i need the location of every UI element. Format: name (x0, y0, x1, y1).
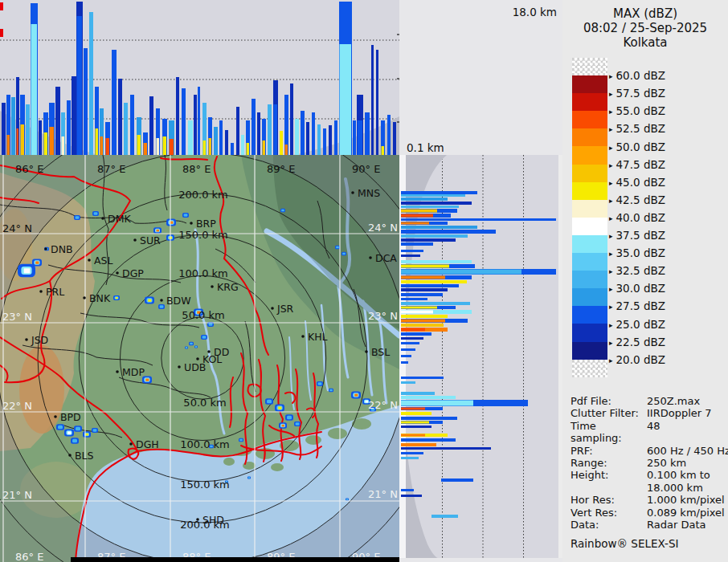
echo-spike (2, 103, 6, 155)
echo-bar (401, 230, 496, 234)
echo-spike (371, 45, 374, 155)
echo-spike-core (77, 16, 83, 155)
legend-label-text: 45.0 dBZ (616, 176, 665, 189)
ring-labels-bottom-item: 150.0 km (180, 479, 230, 491)
echo-spike-core (17, 128, 19, 155)
echo-blob-core (35, 262, 39, 264)
legend-swatch (572, 324, 607, 341)
echo-bar (401, 234, 468, 238)
metadata-value: 18.000 km (647, 482, 725, 494)
echo-blob-mid (342, 253, 346, 255)
legend-label-text: 30.0 dBZ (616, 282, 665, 295)
echo-bar (401, 348, 415, 351)
echo-spike (118, 79, 122, 155)
legend-arrow-icon: ▸ (609, 125, 613, 133)
metadata-value: Radar Data (647, 519, 725, 531)
echo-blob-mid (76, 216, 80, 219)
echo-bar (401, 242, 433, 246)
echo-blob-mid (318, 382, 322, 385)
metadata-row: Clutter Filter:IIRDoppler 7 (571, 407, 725, 419)
legend-label: ▸55.0 dBZ (609, 104, 665, 117)
legend-swatch (572, 342, 607, 360)
legend-label: ▸42.5 dBZ (609, 193, 665, 206)
legend-arrow-icon: ▸ (609, 356, 613, 364)
lat-labels-left-item: 24° N (2, 222, 32, 234)
echo-bar-core (401, 270, 521, 275)
station-label-BNK: BNK (89, 292, 111, 304)
station-label-BLS: BLS (75, 450, 94, 462)
echo-spike (225, 130, 228, 155)
legend-label: ▸32.5 dBZ (609, 264, 665, 277)
legend-label-text: 35.0 dBZ (616, 246, 665, 259)
legend-swatch (572, 218, 607, 235)
echo-blob-core (282, 425, 285, 427)
legend-swatch (572, 360, 607, 377)
echo-blob-mid (287, 416, 292, 420)
legend-arrow-icon: ▸ (609, 267, 613, 275)
station-dot-KRG (211, 285, 214, 288)
top-panel-red-tick-1 (0, 2, 3, 10)
station-dot-BSL (365, 350, 368, 353)
color-scale-labels: ▸60.0 dBZ▸57.5 dBZ▸55.0 dBZ▸52.5 dBZ▸50.… (609, 58, 726, 395)
station-label-JSR: JSR (276, 303, 294, 315)
echo-spike-core (209, 138, 212, 155)
legend-label: ▸30.0 dBZ (609, 282, 665, 295)
legend-label-text: 20.0 dBZ (616, 353, 665, 366)
echo-spike (214, 127, 218, 155)
echo-spike (353, 120, 356, 155)
echo-blob-mid (186, 347, 187, 348)
legend-label-text: 42.5 dBZ (616, 193, 665, 206)
echo-bar (401, 238, 456, 242)
echo-blob-mid (58, 426, 63, 430)
legend-arrow-icon: ▸ (609, 108, 613, 116)
station-dot-MDP (116, 370, 119, 373)
legend-label-text: 25.0 dBZ (616, 318, 665, 331)
echo-spike (387, 115, 391, 155)
legend-label: ▸22.5 dBZ (609, 336, 665, 348)
metadata-row: Vert Res:0.089 km/pixel (571, 507, 725, 519)
legend-label: ▸25.0 dBZ (609, 318, 665, 331)
legend-swatch (572, 235, 607, 253)
legend-swatch (572, 200, 607, 218)
echo-blob-mid (209, 323, 213, 326)
legend-label-text: 27.5 dBZ (616, 299, 665, 312)
echo-bar-core (401, 210, 437, 213)
echo-spike (182, 88, 186, 155)
echo-blob-core (278, 407, 281, 409)
legend-arrow-icon: ▸ (609, 232, 613, 240)
echo-bar (401, 452, 423, 454)
echo-blob-core (148, 299, 151, 302)
lat-labels-right-item: 22° N (368, 399, 398, 411)
echo-spike (198, 87, 200, 155)
station-dot-KHL (301, 335, 305, 338)
ring-labels-bottom-item: 100.0 km (180, 438, 230, 450)
echo-bar (401, 447, 491, 450)
echo-spike (231, 143, 234, 155)
ring-labels-top-item: 50.0 km (182, 309, 224, 321)
echo-blob-core (354, 394, 358, 397)
gap-bottom-bg (399, 558, 562, 562)
top-panel-red-tick-2 (0, 29, 3, 37)
echo-bar-core (401, 401, 473, 406)
legend-arrow-icon: ▸ (609, 321, 613, 329)
echo-spike (11, 97, 15, 155)
echo-bar-core (401, 422, 429, 424)
station-dot-PRL (39, 290, 43, 293)
echo-blob-mid (184, 214, 188, 217)
station-label-DMK: DMK (108, 213, 131, 225)
legend-label-text: 40.0 dBZ (616, 211, 665, 224)
echo-bar (401, 361, 408, 364)
echo-spike-core (247, 143, 250, 155)
echo-spike (176, 77, 179, 155)
echo-bar (401, 315, 448, 318)
right-profile-panel (401, 155, 558, 558)
legend-label: ▸60.0 dBZ (609, 69, 665, 82)
echo-bar-core (401, 328, 425, 332)
echo-spike (124, 103, 128, 155)
echo-bar (401, 417, 457, 420)
station-dot-DNB (44, 247, 47, 250)
station-dot-KOL (196, 357, 199, 360)
metadata-value: 250 km (647, 457, 725, 469)
echo-bar (401, 324, 444, 327)
station-dot-MNS (351, 191, 354, 194)
